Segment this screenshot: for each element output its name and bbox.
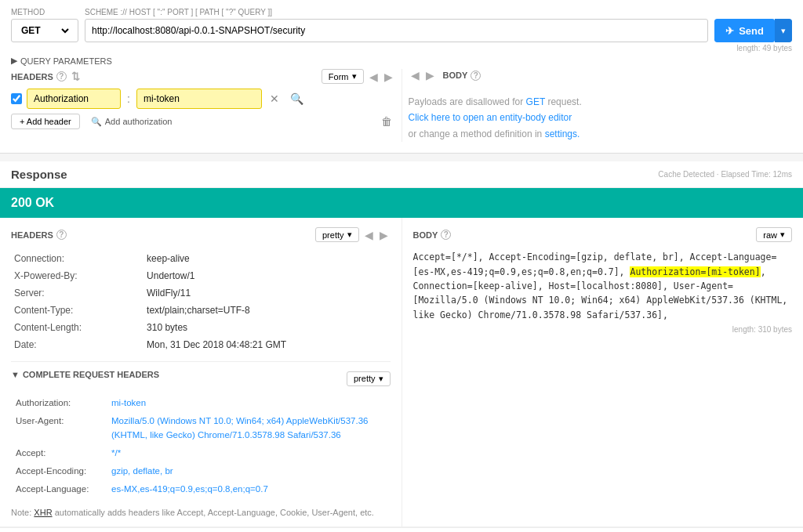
table-row: User-Agent:Mozilla/5.0 (Windows NT 10.0;… <box>13 413 389 443</box>
resp-headers-label: HEADERS ? <box>11 230 67 240</box>
form-chevron-icon: ▾ <box>352 71 357 81</box>
resp-headers-controls: pretty ▾ ◀ ▶ <box>315 227 391 242</box>
status-bar: 200 OK <box>0 188 803 218</box>
header-val-input[interactable] <box>136 89 262 109</box>
table-row: Authorization:mi-token <box>13 395 389 411</box>
resp-nav-right[interactable]: ▶ <box>377 229 391 241</box>
table-row: Content-Type:text/plain;charset=UTF-8 <box>11 302 391 319</box>
body-right-panel: ◀ ▶ BODY ? Payloads are disallowed for G… <box>402 69 793 142</box>
header-key: Connection: <box>11 250 144 267</box>
query-params-row[interactable]: ▶ QUERY PARAMETERS <box>11 56 792 66</box>
response-headers-table: Connection:keep-aliveX-Powered-By:Undert… <box>11 250 391 353</box>
xhr-link[interactable]: XHR <box>34 508 52 517</box>
cr-header-key: Authorization: <box>13 395 107 411</box>
header-checkbox[interactable] <box>11 93 22 104</box>
add-auth-button[interactable]: 🔍 Add authorization <box>85 114 179 129</box>
form-button[interactable]: Form ▾ <box>322 69 364 84</box>
body-nav-right[interactable]: ▶ <box>423 69 437 81</box>
resp-body-top-row: BODY ? raw ▾ <box>413 227 793 242</box>
nav-right-arrow[interactable]: ▶ <box>382 71 395 83</box>
cr-header-value: Mozilla/5.0 (Windows NT 10.0; Win64; x64… <box>108 413 389 443</box>
send-wrapper: ✈ Send ▾ <box>714 19 792 42</box>
response-body-text: Accept=[*/*], Accept-Encoding=[gzip, def… <box>413 250 793 322</box>
header-key: Date: <box>11 336 144 353</box>
url-input[interactable] <box>85 19 708 42</box>
response-headers-top-row: HEADERS ? pretty ▾ ◀ ▶ <box>11 227 391 242</box>
headers-top-row: HEADERS ? ⇅ Form ▾ ◀ ▶ <box>11 69 395 84</box>
add-header-row: + Add header 🔍 Add authorization 🗑 <box>11 114 395 129</box>
resp-body-label-text: BODY <box>413 230 438 240</box>
method-select-input[interactable]: GET POST PUT DELETE <box>18 24 71 37</box>
body-top-row: ◀ ▶ BODY ? <box>409 69 793 81</box>
raw-button[interactable]: raw ▾ <box>756 227 792 242</box>
header-key-input[interactable] <box>27 89 121 109</box>
body-get-text: GET <box>526 96 545 107</box>
colon-separator: : <box>125 92 132 105</box>
body-nav-left[interactable]: ◀ <box>409 69 422 81</box>
form-label: Form <box>329 72 349 81</box>
method-label: METHOD <box>11 8 78 16</box>
body-label: BODY ? <box>443 71 481 81</box>
cr-pretty-label: pretty <box>354 374 376 383</box>
complete-request-text: COMPLETE REQUEST HEADERS <box>23 370 159 379</box>
header-clear-button[interactable]: ✕ <box>267 91 282 107</box>
cache-info: Cache Detected · Elapsed Time: 12ms <box>658 170 792 179</box>
cr-chevron-icon: ▾ <box>379 374 383 384</box>
headers-label-group: HEADERS ? ⇅ <box>11 71 80 82</box>
response-title: Response <box>11 168 67 181</box>
body-length-hint: length: 310 bytes <box>413 322 793 337</box>
resp-nav-arrows: ◀ ▶ <box>362 229 391 241</box>
header-key: X-Powered-By: <box>11 267 144 284</box>
header-key: Content-Type: <box>11 302 144 319</box>
header-key: Server: <box>11 284 144 302</box>
body-nav-arrows: ◀ ▶ <box>409 69 437 81</box>
resp-nav-left[interactable]: ◀ <box>362 229 376 241</box>
body-info-icon: ? <box>471 71 481 81</box>
triangle-icon: ▶ <box>11 56 17 66</box>
method-selector[interactable]: GET POST PUT DELETE <box>11 19 78 42</box>
cr-header-key: Accept-Encoding: <box>13 463 107 480</box>
header-entry-row: : ✕ 🔍 <box>11 89 395 109</box>
send-label: Send <box>739 25 764 37</box>
resp-headers-label-text: HEADERS <box>11 230 53 240</box>
headers-left-panel: HEADERS ? ⇅ Form ▾ ◀ ▶ <box>11 69 402 142</box>
add-header-button[interactable]: + Add header <box>11 114 80 129</box>
url-label: SCHEME :// HOST [ ":" PORT ] [ PATH [ "?… <box>85 8 708 16</box>
nav-left-arrow[interactable]: ◀ <box>367 71 380 83</box>
table-row: Accept-Encoding:gzip, deflate, br <box>13 463 389 480</box>
body-settings-link[interactable]: settings. <box>545 128 580 139</box>
request-panels: HEADERS ? ⇅ Form ▾ ◀ ▶ <box>11 69 792 142</box>
url-length-hint: length: 49 bytes <box>11 44 792 52</box>
header-value: text/plain;charset=UTF-8 <box>144 302 390 319</box>
header-search-button[interactable]: 🔍 <box>287 91 307 107</box>
cr-header-key: User-Agent: <box>13 413 107 443</box>
body-text-highlight: Authorization=[mi-token] <box>630 266 760 277</box>
table-row: Accept:*/* <box>13 445 389 461</box>
pretty-chevron-icon: ▾ <box>347 230 352 240</box>
body-entity-text[interactable]: Click here to open an entity-body editor <box>409 112 572 123</box>
body-disallowed-text: Payloads are disallowed for <box>409 96 524 107</box>
cr-header-value: gzip, deflate, br <box>108 463 389 480</box>
headers-right-controls: Form ▾ ◀ ▶ <box>322 69 395 84</box>
header-value: 310 bytes <box>144 319 390 336</box>
auth-icon: 🔍 <box>91 117 102 127</box>
resp-body-info: ? <box>441 230 451 240</box>
cr-header-value: es-MX,es-419;q=0.9,es;q=0.8,en;q=0.7 <box>108 481 389 498</box>
cr-header-key: Accept-Language: <box>13 481 107 498</box>
add-auth-label: Add authorization <box>105 117 173 126</box>
pretty-button[interactable]: pretty ▾ <box>315 227 359 242</box>
cr-pretty-button[interactable]: pretty ▾ <box>347 371 391 386</box>
send-button[interactable]: ✈ Send <box>714 19 775 42</box>
cr-header-value: */* <box>108 445 389 461</box>
send-icon: ✈ <box>725 25 734 37</box>
table-row: Date:Mon, 31 Dec 2018 04:48:21 GMT <box>11 336 391 353</box>
send-dropdown-button[interactable]: ▾ <box>775 19 792 42</box>
note-suffix: automatically adds headers like Accept, … <box>55 508 374 517</box>
header-value: WildFly/11 <box>144 284 390 302</box>
response-section: Response Cache Detected · Elapsed Time: … <box>0 161 803 532</box>
headers-info-icon: ? <box>56 71 67 81</box>
delete-header-button[interactable]: 🗑 <box>378 114 395 129</box>
triangle-cr-icon: ▼ <box>11 370 20 379</box>
response-body-panel: BODY ? raw ▾ Accept=[*/*], Accept-Encodi… <box>402 218 804 527</box>
note-prefix: Note: <box>11 508 34 517</box>
